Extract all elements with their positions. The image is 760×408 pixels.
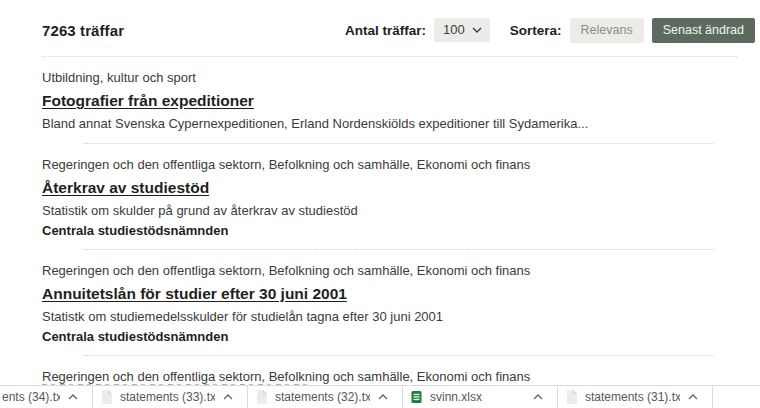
separator	[42, 56, 737, 57]
download-filename: svinn.xlsx	[430, 390, 482, 404]
per-page-select[interactable]: 100	[434, 18, 490, 42]
result-title-link[interactable]: Återkrav av studiestöd	[42, 179, 209, 196]
result-categories: Regeringen och den offentliga sektorn, B…	[42, 157, 737, 172]
result-description: Bland annat Svenska Cypernexpeditionen, …	[42, 116, 737, 131]
result-title-link[interactable]: Annuitetslån för studier efter 30 juni 2…	[42, 285, 347, 302]
result-publisher: Centrala studiestödsnämnden	[42, 223, 737, 238]
download-filename: ents (34).txt	[2, 390, 60, 404]
chevron-up-icon[interactable]	[68, 394, 78, 400]
result-categories: Regeringen och den offentliga sektorn, B…	[42, 263, 737, 278]
search-results-page: 7263 träffar Antal träffar: 100 Sortera:…	[0, 18, 760, 390]
search-result-2: Regeringen och den offentliga sektorn, B…	[42, 157, 737, 238]
download-filename: statements (32).txt	[275, 390, 370, 404]
txt-file-icon	[566, 390, 577, 404]
download-item[interactable]: statements (33).txt	[93, 386, 248, 408]
separator	[84, 143, 714, 144]
results-count: 7263 träffar	[42, 22, 124, 39]
search-result-3: Regeringen och den offentliga sektorn, B…	[42, 263, 737, 344]
download-item[interactable]: statements (32).txt	[248, 386, 403, 408]
txt-file-icon	[101, 390, 112, 404]
results-controls: Antal träffar: 100 Sortera: Relevans Sen…	[345, 18, 755, 43]
sort-label: Sortera:	[510, 23, 562, 38]
result-description: Statistk om studiemedelsskulder för stud…	[42, 309, 737, 324]
result-categories: Regeringen och den offentliga sektorn, B…	[42, 369, 737, 384]
result-description: Statistik om skulder på grund av återkra…	[42, 203, 737, 218]
sort-relevans-button[interactable]: Relevans	[570, 18, 644, 43]
results-list: Utbildning, kultur och sport Fotografier…	[42, 70, 737, 390]
result-title-link[interactable]: Fotografier från expeditioner	[42, 92, 254, 109]
chevron-down-icon	[472, 27, 482, 33]
download-item[interactable]: ents (34).txt	[0, 386, 93, 408]
sort-senast-andrad-button[interactable]: Senast ändrad	[652, 18, 755, 43]
downloads-bar: ents (34).txt statements (33).txt statem…	[0, 385, 760, 408]
downloads-bar-spacer	[713, 386, 760, 408]
search-result-1: Utbildning, kultur och sport Fotografier…	[42, 70, 737, 131]
separator	[84, 249, 714, 250]
chevron-up-icon[interactable]	[378, 394, 388, 400]
xlsx-file-icon	[411, 390, 422, 404]
chevron-up-icon[interactable]	[688, 394, 698, 400]
result-publisher: Centrala studiestödsnämnden	[42, 329, 737, 344]
download-filename: statements (31).txt	[585, 390, 680, 404]
txt-file-icon	[256, 390, 267, 404]
download-item[interactable]: svinn.xlsx	[403, 386, 558, 408]
chevron-up-icon[interactable]	[223, 394, 233, 400]
separator	[84, 355, 714, 356]
result-categories: Utbildning, kultur och sport	[42, 70, 737, 85]
chevron-up-icon[interactable]	[533, 394, 543, 400]
per-page-value: 100	[443, 22, 465, 37]
per-page-label: Antal träffar:	[345, 23, 426, 38]
download-filename: statements (33).txt	[120, 390, 215, 404]
download-item[interactable]: statements (31).txt	[558, 386, 713, 408]
results-header: 7263 träffar Antal träffar: 100 Sortera:…	[42, 18, 755, 42]
